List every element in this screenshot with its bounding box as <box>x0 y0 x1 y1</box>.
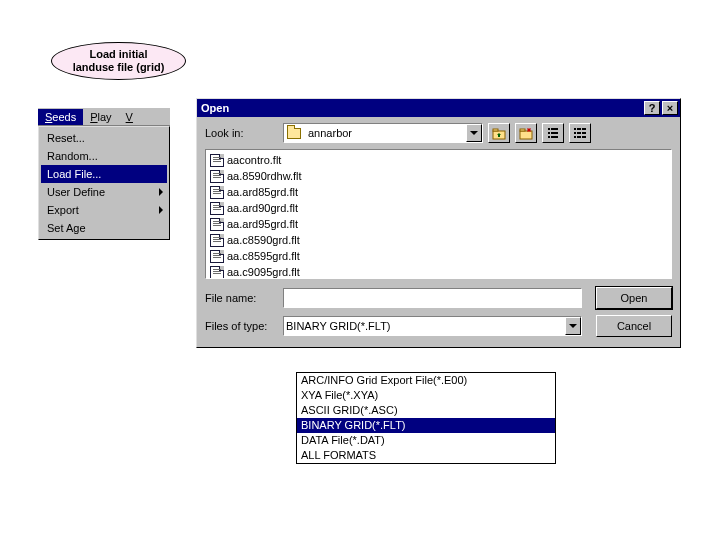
svg-rect-2 <box>520 131 532 139</box>
filetype-label: Files of type: <box>205 320 283 332</box>
svg-rect-3 <box>520 129 525 131</box>
file-item[interactable]: aa.c8590grd.flt <box>208 232 669 248</box>
svg-rect-18 <box>577 132 581 134</box>
annotation-line2: landuse file (grid) <box>52 61 185 74</box>
filetype-option[interactable]: ASCII GRID(*.ASC) <box>297 403 555 418</box>
svg-rect-11 <box>551 128 558 130</box>
filetype-value: BINARY GRID(*.FLT) <box>284 320 565 332</box>
seeds-dropdown-menu: Reset... Random... Load File... User Def… <box>38 126 170 240</box>
file-list[interactable]: aacontro.flt aa.8590rdhw.flt aa.ard85grd… <box>205 149 672 279</box>
open-button[interactable]: Open <box>596 287 672 309</box>
svg-rect-14 <box>574 128 576 130</box>
lookin-dropdown-button[interactable] <box>466 124 482 142</box>
file-item[interactable]: aa.ard95grd.flt <box>208 216 669 232</box>
menubar-seeds[interactable]: Seeds <box>38 109 83 125</box>
menubar-fragment: Seeds Play V <box>38 108 170 126</box>
cancel-button[interactable]: Cancel <box>596 315 672 337</box>
menu-item-user-define[interactable]: User Define <box>41 183 167 201</box>
menu-item-reset[interactable]: Reset... <box>41 129 167 147</box>
svg-rect-15 <box>574 132 576 134</box>
svg-rect-8 <box>548 128 550 130</box>
file-icon <box>210 234 224 247</box>
filetype-dropdown-list: ARC/INFO Grid Export File(*.E00) XYA Fil… <box>296 372 556 464</box>
lookin-combobox[interactable]: annarbor <box>283 123 483 143</box>
menu-item-random[interactable]: Random... <box>41 147 167 165</box>
file-item[interactable]: aacontro.flt <box>208 152 669 168</box>
menu-item-set-age[interactable]: Set Age <box>41 219 167 237</box>
titlebar-help-button[interactable]: ? <box>644 101 660 115</box>
svg-rect-17 <box>577 128 581 130</box>
file-icon <box>210 186 224 199</box>
filename-input[interactable] <box>283 288 582 308</box>
file-item[interactable]: aa.ard85grd.flt <box>208 184 669 200</box>
svg-rect-1 <box>493 129 498 131</box>
open-file-dialog: Open ? × Look in: annarbor <box>196 98 681 348</box>
svg-rect-21 <box>582 132 586 134</box>
file-icon <box>210 250 224 263</box>
file-item[interactable]: aa.8590rdhw.flt <box>208 168 669 184</box>
list-view-button[interactable] <box>542 123 564 143</box>
filetype-combobox[interactable]: BINARY GRID(*.FLT) <box>283 316 582 336</box>
submenu-arrow-icon <box>159 188 163 196</box>
new-folder-icon <box>519 126 533 140</box>
svg-rect-9 <box>548 132 550 134</box>
up-folder-icon <box>492 126 506 140</box>
file-icon <box>210 170 224 183</box>
dialog-titlebar: Open ? × <box>197 99 680 117</box>
filetype-dropdown-button[interactable] <box>565 317 581 335</box>
titlebar-close-button[interactable]: × <box>662 101 678 115</box>
filetype-option[interactable]: ARC/INFO Grid Export File(*.E00) <box>297 373 555 388</box>
menubar-view-fragment[interactable]: V <box>119 109 140 125</box>
file-item[interactable]: aa.c8595grd.flt <box>208 248 669 264</box>
annotation-line1: Load initial <box>52 48 185 61</box>
details-icon <box>573 126 587 140</box>
filetype-option[interactable]: XYA File(*.XYA) <box>297 388 555 403</box>
menu-item-export[interactable]: Export <box>41 201 167 219</box>
menubar-play[interactable]: Play <box>83 109 118 125</box>
svg-rect-20 <box>582 128 586 130</box>
file-icon <box>210 218 224 231</box>
up-one-level-button[interactable] <box>488 123 510 143</box>
svg-rect-10 <box>548 136 550 138</box>
chevron-down-icon <box>569 324 577 328</box>
menu-item-load-file[interactable]: Load File... <box>41 165 167 183</box>
details-view-button[interactable] <box>569 123 591 143</box>
file-icon <box>210 266 224 279</box>
submenu-arrow-icon <box>159 206 163 214</box>
file-item[interactable]: aa.c9095grd.flt <box>208 264 669 279</box>
svg-rect-12 <box>551 132 558 134</box>
lookin-value: annarbor <box>306 127 466 139</box>
list-icon <box>546 126 560 140</box>
filetype-option[interactable]: DATA File(*.DAT) <box>297 433 555 448</box>
new-folder-button[interactable] <box>515 123 537 143</box>
filename-label: File name: <box>205 292 283 304</box>
filetype-option[interactable]: ALL FORMATS <box>297 448 555 463</box>
filetype-option-selected[interactable]: BINARY GRID(*.FLT) <box>297 418 555 433</box>
folder-icon <box>287 126 303 140</box>
dialog-title: Open <box>201 102 229 114</box>
svg-rect-16 <box>574 136 576 138</box>
file-icon <box>210 154 224 167</box>
annotation-callout: Load initial landuse file (grid) <box>51 42 186 80</box>
file-icon <box>210 202 224 215</box>
svg-rect-13 <box>551 136 558 138</box>
chevron-down-icon <box>470 131 478 135</box>
svg-rect-19 <box>577 136 581 138</box>
lookin-label: Look in: <box>205 127 283 139</box>
file-item[interactable]: aa.ard90grd.flt <box>208 200 669 216</box>
svg-rect-22 <box>582 136 586 138</box>
